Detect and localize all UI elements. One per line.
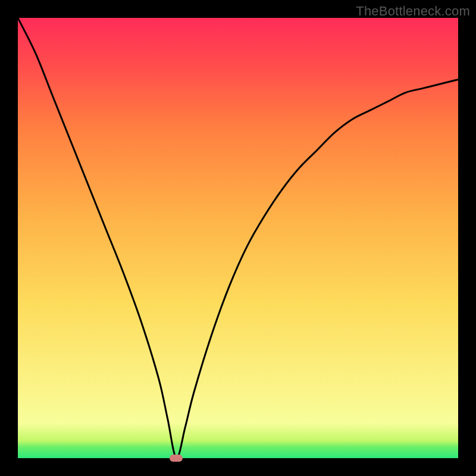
bottleneck-curve (18, 18, 458, 458)
optimal-point-marker (170, 455, 183, 462)
plot-area (18, 18, 458, 458)
watermark-text: TheBottleneck.com (356, 4, 470, 19)
chart-frame: TheBottleneck.com (0, 0, 476, 476)
